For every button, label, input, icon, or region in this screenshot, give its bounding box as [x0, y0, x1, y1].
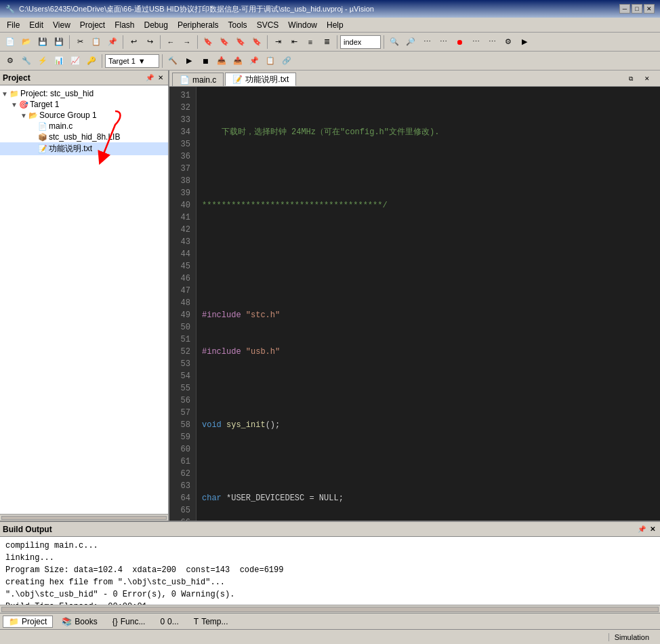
ln-45: 45 — [175, 260, 190, 273]
menu-debug[interactable]: Debug — [140, 19, 172, 31]
bookmark2-button[interactable]: 🔖 — [217, 35, 232, 49]
nav-back-button[interactable]: ← — [163, 35, 178, 49]
tree-main-c[interactable]: 📄 main.c — [0, 121, 168, 132]
bottom-tab-0[interactable]: 0 0... — [154, 616, 184, 628]
tab-readme[interactable]: 📝 功能说明.txt — [225, 73, 296, 86]
redo-button[interactable]: ↪ — [142, 35, 157, 49]
search-button[interactable]: 🔍 — [387, 35, 402, 49]
editor-close-button[interactable]: ✕ — [640, 71, 655, 86]
target-dropdown[interactable]: Target 1 ▼ — [105, 54, 159, 68]
tb-red1[interactable]: ⏺ — [452, 35, 467, 49]
save-button[interactable]: 💾 — [35, 35, 50, 49]
bottom-tab-func-icon: {} — [112, 617, 118, 626]
tb2-btn3[interactable]: ⚡ — [35, 54, 50, 68]
build-output-close[interactable]: ✕ — [648, 525, 657, 534]
menu-view[interactable]: View — [49, 19, 75, 31]
index-search-box[interactable]: index — [340, 35, 381, 49]
nav-forward-button[interactable]: → — [180, 35, 194, 49]
copy-button[interactable]: 📋 — [89, 35, 104, 49]
tree-lib-file[interactable]: 📦 stc_usb_hid_8h.LIB — [0, 132, 168, 142]
tb-more5[interactable]: ⚙ — [501, 35, 516, 49]
unindent-button[interactable]: ⇤ — [287, 35, 302, 49]
bottom-tab-books[interactable]: 📚 Books — [56, 616, 103, 628]
ln-35: 35 — [175, 138, 190, 150]
menu-svcs[interactable]: SVCS — [253, 19, 283, 31]
tb-more2[interactable]: ⋯ — [436, 35, 451, 49]
tb2-btn1[interactable]: ⚙ — [3, 54, 18, 68]
bookmark4-button[interactable]: 🔖 — [249, 35, 264, 49]
menu-peripherals[interactable]: Peripherals — [173, 19, 223, 31]
bottom-tab-temp[interactable]: T Temp... — [188, 616, 234, 628]
menu-tools[interactable]: Tools — [224, 19, 251, 31]
editor-float-button[interactable]: ⧉ — [623, 71, 638, 86]
tb2-btn4[interactable]: 📊 — [51, 54, 66, 68]
format2-button[interactable]: ≣ — [319, 35, 334, 49]
minimize-button[interactable]: ─ — [619, 4, 630, 14]
menu-help[interactable]: Help — [323, 19, 348, 31]
ln-56: 56 — [175, 395, 190, 407]
tb2-btn6[interactable]: 🔑 — [84, 54, 99, 68]
tb-more3[interactable]: ⋯ — [468, 35, 483, 49]
maximize-button[interactable]: □ — [632, 4, 642, 14]
code-lines[interactable]: 下载时，选择时钟 24MHz（可在"config.h"文件里修改). *****… — [197, 87, 660, 521]
tb2-btn2[interactable]: 🔧 — [19, 54, 34, 68]
menu-flash[interactable]: Flash — [110, 19, 138, 31]
bottom-tab-func[interactable]: {} Func... — [106, 616, 152, 628]
ln-41: 41 — [175, 212, 190, 224]
bottom-tab-project[interactable]: 📁 Project — [3, 616, 53, 628]
indent-button[interactable]: ⇥ — [270, 35, 285, 49]
tb2-btn7[interactable]: 🔨 — [165, 54, 180, 68]
menu-edit[interactable]: Edit — [25, 19, 47, 31]
bookmark-button[interactable]: 🔖 — [201, 35, 215, 49]
cut-button[interactable]: ✂ — [73, 35, 87, 49]
build-output-pin[interactable]: 📌 — [637, 525, 646, 534]
new-file-button[interactable]: 📄 — [3, 35, 18, 49]
tb2-btn5[interactable]: 📈 — [68, 54, 83, 68]
format-button[interactable]: ≡ — [303, 35, 318, 49]
tree-readme[interactable]: 📝 功能说明.txt — [0, 142, 168, 155]
tb2-btn10[interactable]: 📥 — [214, 54, 229, 68]
tree-expand-1[interactable]: ▼ — [9, 101, 19, 108]
editor-content[interactable]: 31 32 33 34 35 36 37 38 39 40 41 42 43 4… — [169, 87, 660, 521]
panel-close-button[interactable]: ✕ — [156, 73, 165, 83]
build-output-text[interactable]: compiling main.c... linking... Program S… — [0, 537, 660, 605]
project-panel: Project 📌 ✕ ▼ 📁 Project: stc_usb_hid ▼ — [0, 71, 169, 521]
tb2-btn14[interactable]: 🔗 — [279, 54, 294, 68]
ln-55: 55 — [175, 382, 190, 395]
tb-more4[interactable]: ⋯ — [484, 35, 499, 49]
search2-button[interactable]: 🔎 — [403, 35, 418, 49]
tree-target1[interactable]: ▼ 🎯 Target 1 — [0, 99, 168, 110]
bookmark3-button[interactable]: 🔖 — [233, 35, 248, 49]
tree-expand-2[interactable]: ▼ — [19, 112, 28, 119]
sep8 — [102, 54, 102, 68]
panel-pin-button[interactable]: 📌 — [145, 73, 154, 83]
ln-60: 60 — [175, 443, 190, 456]
status-bar: Simulation — [0, 629, 660, 644]
tb-more1[interactable]: ⋯ — [419, 35, 434, 49]
save-all-button[interactable]: 💾 — [51, 35, 66, 49]
panel-scroll-track[interactable] — [1, 516, 167, 520]
open-button[interactable]: 📂 — [19, 35, 34, 49]
tb-more6[interactable]: ▶ — [517, 35, 532, 49]
tab-main-c[interactable]: 📄 main.c — [172, 73, 224, 86]
paste-button[interactable]: 📌 — [105, 35, 120, 49]
tb2-btn9[interactable]: ⏹ — [198, 54, 213, 68]
tree-expand-0[interactable]: ▼ — [0, 90, 9, 98]
tree-source-group[interactable]: ▼ 📂 Source Group 1 — [0, 110, 168, 121]
tb2-btn12[interactable]: 📌 — [247, 54, 262, 68]
ln-50: 50 — [175, 321, 190, 334]
menu-file[interactable]: File — [3, 19, 24, 31]
build-scrollbar[interactable] — [0, 605, 660, 613]
build-scroll-track[interactable] — [1, 607, 659, 612]
tb2-btn8[interactable]: ▶ — [182, 54, 197, 68]
tb2-btn11[interactable]: 📤 — [230, 54, 245, 68]
tree-project-root[interactable]: ▼ 📁 Project: stc_usb_hid — [0, 88, 168, 99]
code-editor: 31 32 33 34 35 36 37 38 39 40 41 42 43 4… — [169, 87, 660, 521]
undo-button[interactable]: ↩ — [126, 35, 141, 49]
panel-scrollbar[interactable] — [0, 514, 168, 521]
ln-34: 34 — [175, 126, 190, 138]
tb2-btn13[interactable]: 📋 — [263, 54, 278, 68]
close-button[interactable]: ✕ — [644, 4, 655, 14]
menu-window[interactable]: Window — [284, 19, 321, 31]
menu-project[interactable]: Project — [76, 19, 109, 31]
